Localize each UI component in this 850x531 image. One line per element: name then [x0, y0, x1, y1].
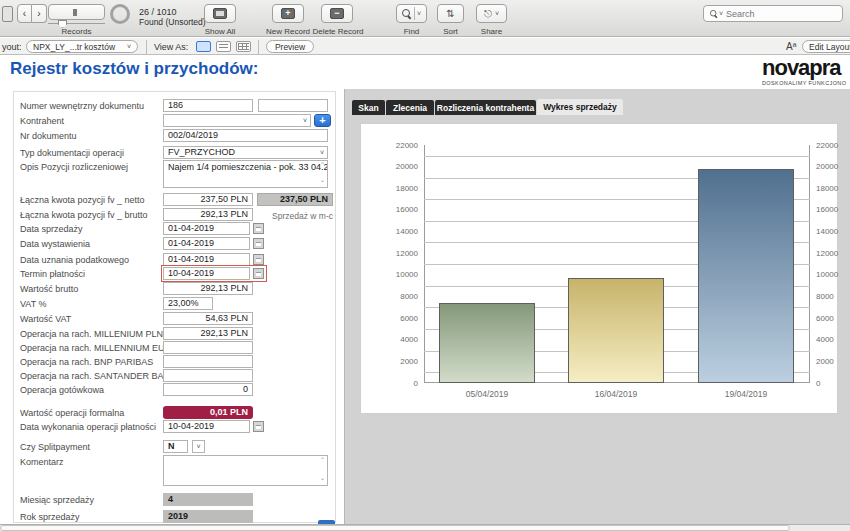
previous-record-button[interactable]: ‹ [17, 4, 32, 23]
view-table-icon[interactable] [236, 41, 251, 52]
bar-16-04-2019[interactable] [568, 278, 664, 383]
horizontal-scrollbar-thumb[interactable] [0, 525, 790, 531]
tab-rozliczenia-kontrahenta[interactable]: Rozliczenia kontrahenta [435, 100, 536, 115]
preview-button-label: Preview [275, 42, 305, 52]
record-slider-box[interactable] [48, 4, 105, 20]
y-tick-label-left-16000: 16000 [384, 205, 418, 214]
layout-selector[interactable]: NPX_LY_...tr kosztów ˅ [26, 40, 138, 53]
op-gotowkowa-label: Operacja gotówkowa [20, 385, 104, 395]
new-record-icon: + [281, 8, 295, 19]
calendar-icon[interactable] [253, 254, 264, 265]
scroll-up-icon[interactable]: ⌃ [320, 162, 325, 168]
y-tick-label-left-18000: 18000 [384, 184, 418, 193]
op-millennium-eur-field[interactable] [163, 341, 253, 354]
typ-dokumentacji-dropdown[interactable]: FV_PRZYCHOD˅ [163, 146, 328, 159]
scroll-down-icon[interactable]: ⌄ [320, 174, 325, 186]
tab-skan[interactable]: Skan [352, 100, 385, 115]
y-tick-label-left-4000: 4000 [384, 335, 418, 344]
vat-percent-field[interactable]: 23,00% [163, 297, 213, 310]
scroll-up-icon[interactable]: ⌃ [320, 457, 325, 463]
op-bnp-paribas-label: Operacja na rach. BNP PARIBAS [20, 357, 153, 367]
found-status: Found (Unsorted) [139, 17, 206, 27]
layout-selector-value: NPX_LY_...tr kosztów [33, 42, 115, 52]
view-list-icon[interactable] [216, 41, 231, 52]
numer-wewnetrzny-field[interactable]: 186 [163, 99, 253, 112]
y-tick-label-right-2000: 2000 [816, 357, 850, 366]
calendar-icon[interactable] [253, 223, 264, 234]
y-tick-label-right-12000: 12000 [816, 249, 850, 258]
preview-button[interactable]: Preview [266, 40, 314, 53]
komentarz-textarea[interactable]: ⌃⌄ [163, 455, 328, 486]
records-caption: Records [48, 27, 105, 36]
next-record-button[interactable]: › [32, 4, 47, 23]
share-button[interactable]: ⎋ ˅ [476, 4, 507, 23]
kwota-netto-label: Łączna kwota pozycji fv _ netto [20, 195, 145, 205]
bar-19-04-2019[interactable] [698, 169, 794, 383]
calendar-icon[interactable] [253, 421, 264, 432]
rok-sprzedazy-label: Rok sprzedaży [20, 512, 80, 522]
chevron-down-icon[interactable]: ˅ [192, 440, 205, 453]
kwota-brutto-field[interactable]: 292,13 PLN [163, 208, 253, 221]
view-form-icon[interactable] [196, 41, 211, 52]
y-tick-label-right-16000: 16000 [816, 205, 850, 214]
pane-divider [344, 89, 345, 525]
layout-bar: yout: NPX_LY_...tr kosztów ˅ View As: Pr… [0, 38, 850, 55]
x-tick-label-19-04-2019: 19/04/2019 [698, 389, 794, 399]
search-icon [402, 9, 412, 19]
chevron-right-icon: › [37, 8, 40, 19]
numer-wewnetrzny-label: Numer wewnętrzny dokumentu [20, 101, 144, 111]
op-bnp-paribas-field[interactable] [163, 355, 253, 368]
delete-record-button[interactable]: − [321, 4, 353, 23]
quick-search-field[interactable]: ˅ [703, 5, 843, 22]
data-sprzedazy-label: Data sprzedaży [20, 224, 83, 234]
record-slider-track[interactable] [48, 23, 105, 24]
data-wykonania-label: Data wykonania operacji płatności [20, 422, 156, 432]
y-tick-label-right-14000: 14000 [816, 227, 850, 236]
termin-platnosci-field[interactable]: 10-04-2019 [163, 267, 250, 280]
wartosc-brutto-label: Wartość brutto [20, 284, 78, 294]
nr-dokumentu-field[interactable]: 002/04/2019 [163, 129, 328, 142]
search-input[interactable] [726, 9, 826, 19]
opis-pozycji-textarea[interactable]: Najem 1/4 pomieszczenia - pok. 33 04.201… [163, 160, 328, 188]
op-gotowkowa-field[interactable]: 0 [163, 383, 253, 396]
tab-wykres-sprzedaży[interactable]: Wykres sprzedaży [537, 99, 623, 115]
kwota-netto-field[interactable]: 237,50 PLN [163, 193, 253, 206]
calendar-icon[interactable] [253, 268, 264, 279]
y-tick-label-right-0: 0 [816, 379, 850, 388]
kontrahent-label: Kontrahent [20, 116, 64, 126]
data-wykonania-field[interactable]: 10-04-2019 [163, 420, 250, 433]
filemaker-window: ‹ › 26 / 1010 Found (Unsorted) Records S… [0, 0, 850, 531]
data-wystawienia-field[interactable]: 01-04-2019 [163, 237, 250, 250]
view-as-label: View As: [154, 42, 188, 52]
sort-button[interactable]: ⇅ [437, 4, 464, 23]
brand-logo-tagline: DOSKONALIMY FUNKCJONO [762, 80, 850, 86]
y-tick-label-left-20000: 20000 [384, 162, 418, 171]
kontrahent-dropdown[interactable]: ˅ [163, 114, 311, 127]
find-button[interactable]: ˅ [396, 4, 427, 23]
czy-splitpayment-field[interactable]: N [163, 440, 188, 453]
chevron-down-icon: ˅ [320, 149, 324, 156]
new-record-button[interactable]: + [272, 4, 304, 23]
find-caption: Find [396, 27, 427, 36]
calendar-icon[interactable] [253, 238, 264, 249]
show-all-caption: Show All [188, 27, 252, 36]
numer-wewnetrzny-field-2[interactable] [258, 99, 328, 112]
wartosc-brutto-field[interactable]: 292,13 PLN [163, 282, 253, 295]
window-panel-icon[interactable] [2, 6, 13, 22]
text-formatting-toggle[interactable]: Aª [786, 41, 796, 52]
y-tick-label-right-8000: 8000 [816, 292, 850, 301]
scroll-down-icon[interactable]: ⌄ [320, 472, 325, 484]
op-millenium-pln-field[interactable]: 292,13 PLN [163, 327, 253, 340]
op-santander-field[interactable] [163, 369, 253, 382]
edit-layout-button[interactable]: Edit Layout [802, 40, 850, 53]
kontrahent-add-button[interactable]: + [314, 114, 331, 127]
wartosc-vat-field[interactable]: 54,63 PLN [163, 312, 253, 325]
show-all-button[interactable] [204, 4, 236, 23]
found-set-pie-icon[interactable] [110, 4, 130, 24]
y-tick-label-right-4000: 4000 [816, 335, 850, 344]
bar-05-04-2019[interactable] [439, 303, 535, 383]
data-sprzedazy-field[interactable]: 01-04-2019 [163, 222, 250, 235]
wartosc-vat-label: Wartość VAT [20, 314, 71, 324]
chevron-left-icon: ‹ [23, 8, 26, 19]
tab-zlecenia[interactable]: Zlecenia [386, 100, 434, 115]
